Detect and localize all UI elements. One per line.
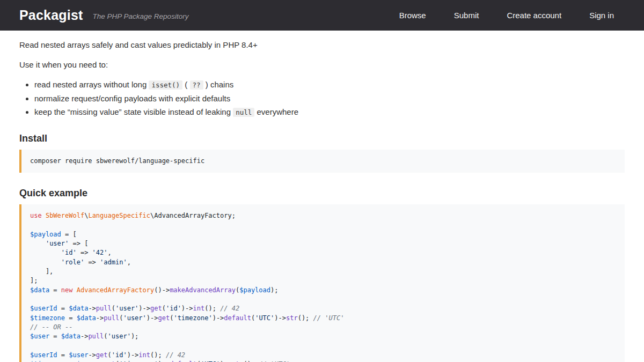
nav-link-browse[interactable]: Browse: [399, 11, 426, 20]
intro-paragraph: Read nested arrays safely and cast value…: [19, 39, 625, 50]
inline-code: isset(): [149, 80, 182, 90]
brand-logo[interactable]: Packagist: [19, 8, 83, 23]
example-heading: Quick example: [19, 188, 625, 199]
install-code-block: composer require sbwerewolf/language-spe…: [19, 150, 625, 173]
nav-link-create-account[interactable]: Create account: [507, 11, 561, 20]
install-command: composer require sbwerewolf/language-spe…: [30, 157, 204, 165]
main-nav: BrowseSubmitCreate accountSign in: [399, 11, 614, 20]
example-code-block: use SbWereWolf\LanguageSpecific\Advanced…: [19, 204, 625, 362]
nav-link-submit[interactable]: Submit: [454, 11, 479, 20]
install-heading: Install: [19, 133, 625, 144]
use-case-item: read nested arrays without long isset() …: [34, 79, 625, 91]
use-cases-list: read nested arrays without long isset() …: [19, 79, 625, 118]
brand-tagline: The PHP Package Repository: [93, 12, 189, 20]
readme-content: Read nested arrays safely and cast value…: [0, 31, 644, 362]
use-case-item: normalize request/config payloads with e…: [34, 93, 625, 104]
navbar: Packagist The PHP Package Repository Bro…: [0, 0, 644, 31]
use-when-paragraph: Use it when you need to:: [19, 59, 625, 70]
use-case-item: keep the “missing value” state visible i…: [34, 106, 625, 118]
inline-code: ??: [190, 80, 203, 90]
inline-code: null: [233, 108, 254, 117]
nav-link-sign-in[interactable]: Sign in: [589, 11, 614, 20]
